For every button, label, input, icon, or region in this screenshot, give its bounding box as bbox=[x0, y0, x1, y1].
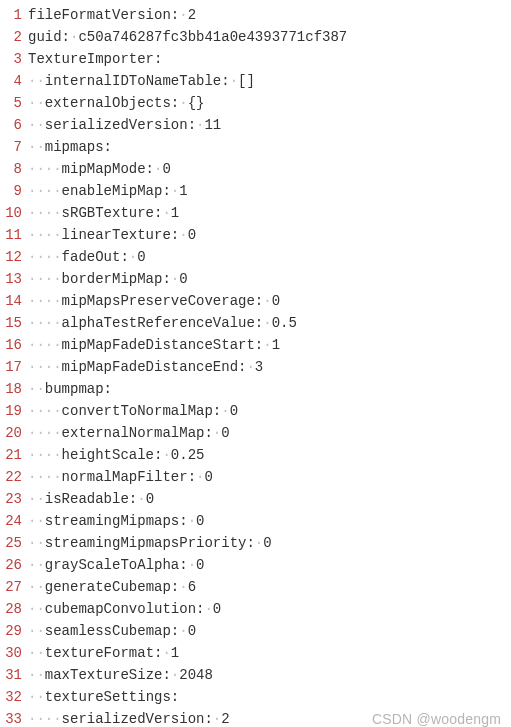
code-line: 32··textureSettings: bbox=[0, 686, 511, 708]
line-number: 27 bbox=[0, 576, 28, 598]
line-text: ··streamingMipmapsPriority:·0 bbox=[28, 532, 272, 554]
line-number: 23 bbox=[0, 488, 28, 510]
line-number: 16 bbox=[0, 334, 28, 356]
code-line: 7··mipmaps: bbox=[0, 136, 511, 158]
code-line: 19····convertToNormalMap:·0 bbox=[0, 400, 511, 422]
code-line: 5··externalObjects:·{} bbox=[0, 92, 511, 114]
line-text: ··grayScaleToAlpha:·0 bbox=[28, 554, 204, 576]
line-number: 13 bbox=[0, 268, 28, 290]
line-text: ··textureFormat:·1 bbox=[28, 642, 179, 664]
code-line: 30··textureFormat:·1 bbox=[0, 642, 511, 664]
line-text: ··maxTextureSize:·2048 bbox=[28, 664, 213, 686]
code-line: 6··serializedVersion:·11 bbox=[0, 114, 511, 136]
code-line: 24··streamingMipmaps:·0 bbox=[0, 510, 511, 532]
code-line: 4··internalIDToNameTable:·[] bbox=[0, 70, 511, 92]
line-text: ····convertToNormalMap:·0 bbox=[28, 400, 238, 422]
line-text: ····normalMapFilter:·0 bbox=[28, 466, 213, 488]
line-text: ··externalObjects:·{} bbox=[28, 92, 204, 114]
line-text: ··bumpmap: bbox=[28, 378, 112, 400]
line-number: 15 bbox=[0, 312, 28, 334]
line-number: 1 bbox=[0, 4, 28, 26]
code-line: 21····heightScale:·0.25 bbox=[0, 444, 511, 466]
line-text: ··cubemapConvolution:·0 bbox=[28, 598, 221, 620]
line-text: ····heightScale:·0.25 bbox=[28, 444, 204, 466]
line-number: 19 bbox=[0, 400, 28, 422]
line-number: 7 bbox=[0, 136, 28, 158]
code-line: 17····mipMapFadeDistanceEnd:·3 bbox=[0, 356, 511, 378]
line-text: guid:·c50a746287fc3bb41a0e4393771cf387 bbox=[28, 26, 347, 48]
code-line: 23··isReadable:·0 bbox=[0, 488, 511, 510]
line-number: 11 bbox=[0, 224, 28, 246]
code-block: 1fileFormatVersion:·22guid:·c50a746287fc… bbox=[0, 4, 511, 727]
line-text: ····alphaTestReferenceValue:·0.5 bbox=[28, 312, 297, 334]
line-number: 3 bbox=[0, 48, 28, 70]
code-line: 27··generateCubemap:·6 bbox=[0, 576, 511, 598]
line-number: 31 bbox=[0, 664, 28, 686]
line-text: ··mipmaps: bbox=[28, 136, 112, 158]
code-line: 1fileFormatVersion:·2 bbox=[0, 4, 511, 26]
line-number: 30 bbox=[0, 642, 28, 664]
line-number: 9 bbox=[0, 180, 28, 202]
line-number: 26 bbox=[0, 554, 28, 576]
line-text: ····mipMapsPreserveCoverage:·0 bbox=[28, 290, 280, 312]
line-number: 5 bbox=[0, 92, 28, 114]
code-line: 8····mipMapMode:·0 bbox=[0, 158, 511, 180]
line-number: 20 bbox=[0, 422, 28, 444]
line-text: ····borderMipMap:·0 bbox=[28, 268, 188, 290]
line-text: ··seamlessCubemap:·0 bbox=[28, 620, 196, 642]
line-number: 14 bbox=[0, 290, 28, 312]
code-line: 14····mipMapsPreserveCoverage:·0 bbox=[0, 290, 511, 312]
line-text: ··serializedVersion:·11 bbox=[28, 114, 221, 136]
code-line: 26··grayScaleToAlpha:·0 bbox=[0, 554, 511, 576]
line-number: 33 bbox=[0, 708, 28, 727]
line-text: ····enableMipMap:·1 bbox=[28, 180, 188, 202]
code-line: 3TextureImporter: bbox=[0, 48, 511, 70]
code-line: 29··seamlessCubemap:·0 bbox=[0, 620, 511, 642]
code-line: 10····sRGBTexture:·1 bbox=[0, 202, 511, 224]
line-text: ····mipMapMode:·0 bbox=[28, 158, 171, 180]
line-number: 6 bbox=[0, 114, 28, 136]
code-line: 13····borderMipMap:·0 bbox=[0, 268, 511, 290]
code-line: 9····enableMipMap:·1 bbox=[0, 180, 511, 202]
line-number: 18 bbox=[0, 378, 28, 400]
line-number: 2 bbox=[0, 26, 28, 48]
line-number: 28 bbox=[0, 598, 28, 620]
line-text: ····sRGBTexture:·1 bbox=[28, 202, 179, 224]
line-number: 12 bbox=[0, 246, 28, 268]
line-text: ····mipMapFadeDistanceStart:·1 bbox=[28, 334, 280, 356]
line-number: 4 bbox=[0, 70, 28, 92]
line-text: TextureImporter: bbox=[28, 48, 162, 70]
line-number: 10 bbox=[0, 202, 28, 224]
line-number: 22 bbox=[0, 466, 28, 488]
line-text: ··isReadable:·0 bbox=[28, 488, 154, 510]
line-text: ··generateCubemap:·6 bbox=[28, 576, 196, 598]
line-text: ····linearTexture:·0 bbox=[28, 224, 196, 246]
code-line: 31··maxTextureSize:·2048 bbox=[0, 664, 511, 686]
line-number: 17 bbox=[0, 356, 28, 378]
code-line: 16····mipMapFadeDistanceStart:·1 bbox=[0, 334, 511, 356]
code-line: 15····alphaTestReferenceValue:·0.5 bbox=[0, 312, 511, 334]
code-line: 20····externalNormalMap:·0 bbox=[0, 422, 511, 444]
code-line: 28··cubemapConvolution:·0 bbox=[0, 598, 511, 620]
line-text: ····serializedVersion:·2 bbox=[28, 708, 230, 727]
line-number: 24 bbox=[0, 510, 28, 532]
code-line: 22····normalMapFilter:·0 bbox=[0, 466, 511, 488]
code-line: 11····linearTexture:·0 bbox=[0, 224, 511, 246]
code-line: 18··bumpmap: bbox=[0, 378, 511, 400]
line-text: ··streamingMipmaps:·0 bbox=[28, 510, 204, 532]
code-line: 12····fadeOut:·0 bbox=[0, 246, 511, 268]
line-number: 32 bbox=[0, 686, 28, 708]
line-number: 8 bbox=[0, 158, 28, 180]
line-text: ··internalIDToNameTable:·[] bbox=[28, 70, 255, 92]
code-line: 2guid:·c50a746287fc3bb41a0e4393771cf387 bbox=[0, 26, 511, 48]
watermark: CSDN @woodengm bbox=[372, 708, 501, 727]
line-text: ····fadeOut:·0 bbox=[28, 246, 146, 268]
code-line: 25··streamingMipmapsPriority:·0 bbox=[0, 532, 511, 554]
line-text: ··textureSettings: bbox=[28, 686, 179, 708]
line-number: 21 bbox=[0, 444, 28, 466]
line-number: 25 bbox=[0, 532, 28, 554]
line-number: 29 bbox=[0, 620, 28, 642]
line-text: ····mipMapFadeDistanceEnd:·3 bbox=[28, 356, 263, 378]
line-text: fileFormatVersion:·2 bbox=[28, 4, 196, 26]
line-text: ····externalNormalMap:·0 bbox=[28, 422, 230, 444]
